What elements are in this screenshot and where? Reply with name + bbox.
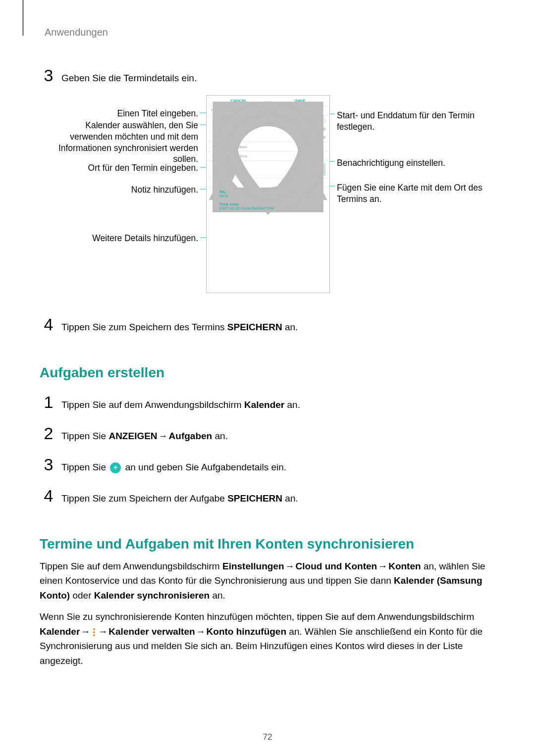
step-number: 3 (40, 66, 57, 85)
header-rule (22, 0, 24, 36)
annotated-diagram: Einen Titel eingeben. Kalender auswählen… (40, 95, 495, 303)
section-title-sync: Termine und Aufgaben mit Ihren Konten sy… (40, 536, 495, 552)
step-number: 4 (40, 486, 57, 505)
step-number: 2 (40, 424, 57, 443)
task-step-1-text: Tippen Sie auf dem Anwendungsbildschirm … (61, 399, 300, 412)
section-title-tasks: Aufgaben erstellen (40, 365, 495, 381)
step-number: 3 (40, 455, 57, 474)
task-step-3-text: Tippen Sie + an und geben Sie Aufgabende… (61, 461, 286, 474)
step-3-row: 3 Geben Sie die Termindetails ein. (40, 66, 495, 85)
svg-point-7 (219, 108, 317, 206)
sync-paragraph-2: Wenn Sie zu synchronisierende Konten hin… (40, 609, 495, 668)
sync-paragraph-1: Tippen Sie auf dem Anwendungsbildschirm … (40, 559, 495, 603)
task-step-4-text: Tippen Sie zum Speichern der Aufgabe SPE… (61, 492, 298, 505)
plus-icon: + (110, 462, 121, 473)
page-header: Anwendungen (45, 27, 495, 38)
more-options-icon (93, 628, 95, 636)
task-step-3: 3 Tippen Sie + an und geben Sie Aufgaben… (40, 455, 495, 474)
task-step-2: 2 Tippen Sie ANZEIGEN → Aufgaben an. (40, 424, 495, 443)
step-number: 1 (40, 393, 57, 412)
task-step-2-text: Tippen Sie ANZEIGEN → Aufgaben an. (61, 430, 228, 443)
task-step-1: 1 Tippen Sie auf dem Anwendungsbildschir… (40, 393, 495, 412)
step-number: 4 (40, 315, 57, 334)
task-step-4: 4 Tippen Sie zum Speichern der Aufgabe S… (40, 486, 495, 505)
step-4-row: 4 Tippen Sie zum Speichern des Termins S… (40, 315, 495, 334)
globe-icon (211, 203, 215, 208)
calendar-event-screenshot: CANCEL SAVE T Title All day Start Fri, 2… (206, 95, 330, 293)
step-3-text: Geben Sie die Termindetails ein. (61, 72, 197, 85)
step-4-text: Tippen Sie zum Speichern des Termins SPE… (61, 321, 298, 334)
ss-tz-val: (GMT+09:00) Korea Standard Time (219, 206, 274, 210)
ss-tz: Time zone (219, 202, 274, 206)
page-number: 72 (0, 732, 535, 742)
